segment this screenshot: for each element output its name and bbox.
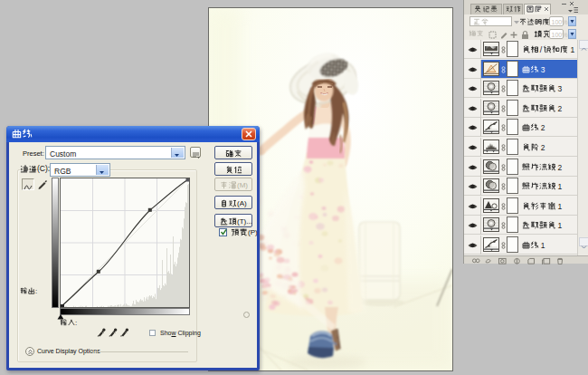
svg-text:1: 1 bbox=[541, 241, 545, 250]
svg-text:3: 3 bbox=[558, 84, 563, 93]
svg-text:1: 1 bbox=[571, 45, 575, 54]
svg-text:/: / bbox=[540, 45, 543, 54]
svg-text:3: 3 bbox=[541, 65, 545, 74]
svg-text:1: 1 bbox=[558, 182, 563, 191]
svg-text:2: 2 bbox=[541, 143, 545, 152]
svg-text:1: 1 bbox=[558, 202, 563, 211]
svg-text:2: 2 bbox=[558, 163, 563, 172]
svg-text:1: 1 bbox=[558, 221, 563, 230]
svg-text:2: 2 bbox=[541, 123, 545, 132]
svg-text:2: 2 bbox=[558, 104, 563, 113]
